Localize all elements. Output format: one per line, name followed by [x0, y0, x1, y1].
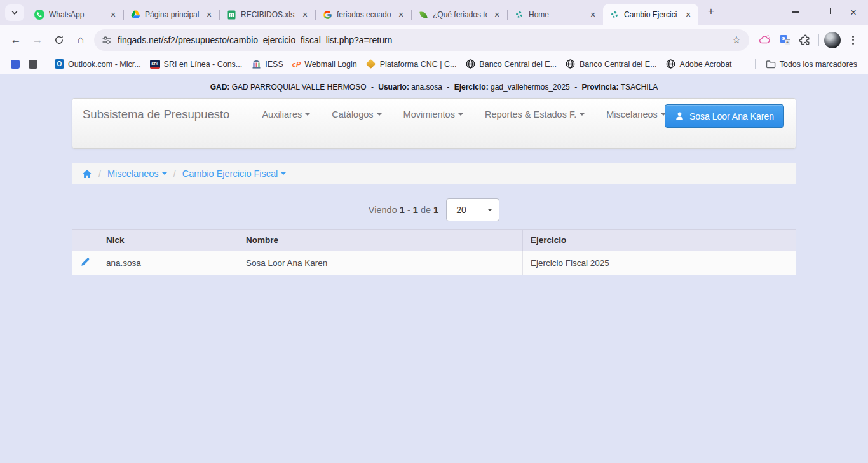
tab-google-search[interactable]: feriados ecuador ×: [316, 4, 411, 25]
tab-close-icon[interactable]: ×: [108, 10, 118, 20]
column-sort-link[interactable]: Nick: [106, 235, 125, 245]
bookmark-cnc[interactable]: Plataforma CNC | C...: [362, 57, 461, 71]
google-icon: [322, 10, 332, 20]
page-size-select[interactable]: 20: [446, 198, 499, 221]
toolbar-separator: [818, 34, 819, 46]
breadcrumb-label: Cambio Ejercicio Fiscal: [182, 169, 278, 179]
minimize-button[interactable]: [780, 0, 810, 24]
bookmark-label: Outlook.com - Micr...: [68, 60, 141, 69]
profile-avatar[interactable]: [822, 30, 843, 50]
translate-icon[interactable]: G A: [775, 30, 795, 50]
bookmark-blue-square[interactable]: [6, 58, 24, 71]
bookmark-gray-square[interactable]: [24, 58, 42, 71]
browser-menu-button[interactable]: [843, 30, 863, 50]
column-sort-link[interactable]: Nombre: [246, 235, 278, 245]
all-bookmarks-button[interactable]: Todos los marcadores: [747, 57, 862, 71]
bookmark-webmail[interactable]: cP Webmail Login: [288, 58, 362, 71]
iess-building-icon: [251, 59, 261, 69]
browser-toolbar: ← → ⌂ fingads.net/sf2/presupuesto/cambio…: [0, 25, 868, 54]
fingads-icon: [514, 10, 524, 20]
google-drive-icon: [130, 10, 140, 20]
home-button[interactable]: ⌂: [70, 29, 92, 51]
bookmark-banco-central-2[interactable]: Banco Central del E...: [561, 57, 661, 71]
bookmark-star-icon[interactable]: ☆: [728, 31, 745, 49]
breadcrumb-miscelaneos[interactable]: Miscelaneos: [107, 169, 167, 179]
usuario-value: ana.sosa: [411, 83, 442, 92]
home-icon: [82, 169, 92, 179]
address-bar[interactable]: fingads.net/sf2/presupuesto/cambio_ejerc…: [94, 29, 749, 51]
close-icon: ×: [850, 7, 857, 18]
breadcrumb-cambio-ejercicio-fiscal[interactable]: Cambio Ejercicio Fiscal: [182, 169, 287, 179]
tab-title: RECIBIDOS.xlsx -: [241, 10, 295, 19]
translate-a-glyph: A: [785, 39, 790, 45]
tab-feriados[interactable]: ¿Qué feriados te ×: [412, 4, 507, 25]
bookmark-banco-central-1[interactable]: Banco Central del E...: [461, 57, 561, 71]
leaf-icon: [418, 10, 428, 20]
tab-close-icon[interactable]: ×: [300, 10, 310, 20]
window-controls: ×: [780, 0, 868, 24]
tab-title: ¿Qué feriados te: [433, 10, 487, 19]
forward-button[interactable]: →: [27, 29, 48, 51]
menu-label: Auxiliares: [262, 109, 302, 120]
tab-drive[interactable]: Página principal ×: [124, 4, 219, 25]
bookmark-iess[interactable]: IESS: [247, 57, 288, 71]
extensions-icon[interactable]: [795, 30, 815, 50]
all-bookmarks-label: Todos los marcadores: [780, 60, 857, 69]
tab-close-icon[interactable]: ×: [683, 10, 693, 20]
url-text[interactable]: fingads.net/sf2/presupuesto/cambio_ejerc…: [118, 35, 722, 45]
globe-icon: [465, 59, 475, 69]
edit-pencil-icon[interactable]: [80, 257, 90, 267]
menu-label: Movimientos: [403, 109, 455, 120]
breadcrumb-home-link[interactable]: [82, 169, 92, 179]
menu-miscelaneos[interactable]: Miscelaneos: [606, 109, 666, 120]
avatar-image: [824, 32, 841, 48]
reload-button[interactable]: [48, 29, 70, 51]
google-sheets-icon: [226, 10, 236, 20]
caret-down-icon: [377, 113, 382, 116]
back-button[interactable]: ←: [5, 29, 27, 51]
close-button[interactable]: ×: [839, 0, 868, 24]
menu-reportes-estados[interactable]: Reportes & Estados F.: [485, 109, 585, 120]
new-tab-button[interactable]: +: [702, 3, 720, 20]
bookmark-label: Plataforma CNC | C...: [380, 60, 457, 69]
tab-search-button[interactable]: [5, 4, 24, 21]
site-info-icon[interactable]: [102, 35, 112, 45]
tab-whatsapp[interactable]: WhatsApp ×: [28, 4, 123, 25]
user-session-button[interactable]: Sosa Loor Ana Karen: [665, 104, 784, 128]
bookmark-sri[interactable]: SRI SRI en Línea - Cons...: [146, 58, 247, 71]
breadcrumb-label: Miscelaneos: [107, 169, 159, 179]
menu-label: Miscelaneos: [606, 109, 658, 120]
tab-cambio-ejercicio-active[interactable]: Cambio Ejercici ×: [603, 4, 698, 25]
menu-catalogos[interactable]: Catálogos: [332, 109, 381, 120]
tab-close-icon[interactable]: ×: [204, 10, 214, 20]
caret-down-icon: [580, 113, 585, 116]
nombre-column-header: Nombre: [238, 230, 523, 251]
outlook-icon: O: [55, 59, 64, 69]
blue-square-icon: [11, 60, 20, 69]
tab-close-icon[interactable]: ×: [396, 10, 406, 20]
tab-title: WhatsApp: [49, 10, 104, 19]
info-separator: -: [447, 83, 449, 92]
tab-close-icon[interactable]: ×: [588, 10, 598, 20]
sri-icon: SRI: [150, 60, 160, 69]
breadcrumb-separator: /: [173, 169, 176, 179]
bookmark-outlook[interactable]: O Outlook.com - Micr...: [50, 57, 146, 71]
bookmark-label: Banco Central del E...: [580, 60, 657, 69]
tab-home[interactable]: Home ×: [508, 4, 603, 25]
row-actions-cell: [72, 251, 98, 275]
menu-movimientos[interactable]: Movimientos: [403, 109, 463, 120]
app-navbar: Subsistema de Presupuesto Auxiliares Cat…: [72, 98, 796, 149]
tab-sheets[interactable]: RECIBIDOS.xlsx - ×: [220, 4, 315, 25]
ejercicio-column-header: Ejercicio: [523, 230, 796, 251]
restore-button[interactable]: [810, 0, 839, 24]
cnc-icon: [366, 59, 376, 69]
bookmark-adobe-acrobat[interactable]: Adobe Acrobat: [661, 57, 736, 71]
app-brand[interactable]: Subsistema de Presupuesto: [83, 107, 229, 121]
chevron-down-icon: [11, 9, 18, 17]
tab-title: Home: [529, 10, 583, 19]
search-labs-icon[interactable]: [754, 30, 775, 50]
tab-close-icon[interactable]: ×: [492, 10, 502, 20]
menu-auxiliares[interactable]: Auxiliares: [262, 109, 310, 120]
table-header-row: Nick Nombre Ejercicio: [72, 230, 796, 251]
column-sort-link[interactable]: Ejercicio: [531, 235, 566, 245]
